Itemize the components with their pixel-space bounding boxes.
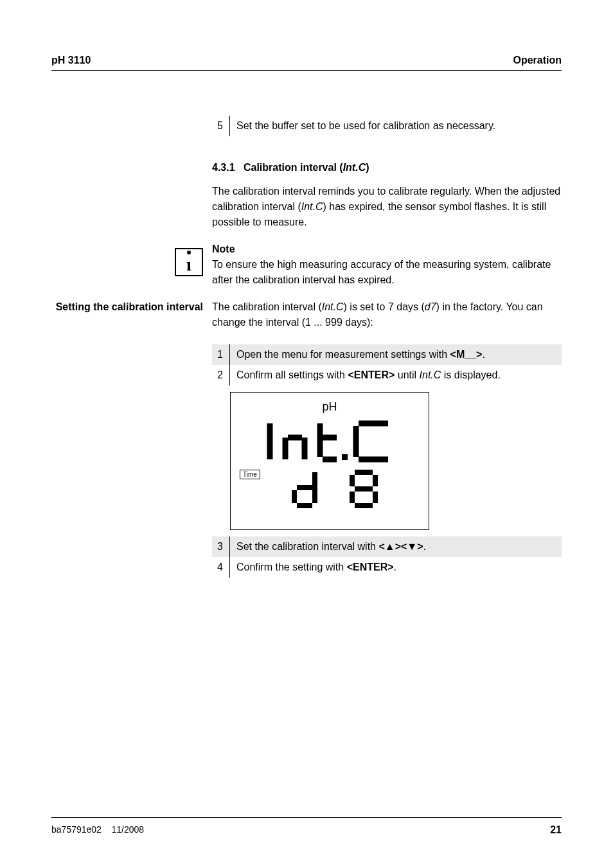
s4-post: .	[394, 562, 396, 572]
step-3-num: 3	[212, 536, 230, 557]
section-title-pre: Calibration interval (	[244, 162, 343, 173]
para2-ital1: Int.C	[322, 301, 344, 312]
s3-post: .	[423, 541, 426, 552]
section-title-ital: Int.C	[343, 162, 366, 173]
footer-left: ba75791e02 11/2008	[51, 824, 144, 836]
section-title-post: )	[366, 162, 369, 173]
s2-bold: <ENTER>	[348, 369, 395, 380]
lcd-display: pH	[230, 392, 429, 530]
s3-down-arrow-icon: ▼	[407, 541, 417, 552]
step-1-row: 1 Open the menu for measurement settings…	[212, 344, 562, 365]
s2-pre: Confirm all settings with	[236, 369, 348, 380]
side-heading: Setting the calibration interval	[51, 299, 212, 578]
header-left: pH 3110	[51, 55, 91, 66]
spacer-r-1	[212, 288, 562, 299]
header-right: Operation	[513, 55, 562, 66]
note-heading: Note	[212, 242, 562, 257]
lcd-main-svg	[262, 418, 397, 465]
svg-rect-7	[342, 454, 348, 460]
s3-b2: ><	[395, 541, 407, 552]
step-1-text: Open the menu for measurement settings w…	[230, 344, 562, 365]
lcd-sub-svg	[269, 470, 391, 508]
s3-up-arrow-icon: ▲	[385, 541, 395, 552]
s1-bold: <M__>	[450, 349, 483, 360]
step-3-row: 3 Set the calibration interval with <▲><…	[212, 536, 562, 557]
s3-b3: >	[417, 541, 423, 552]
footer-page: 21	[550, 824, 562, 836]
section-num: 4.3.1	[212, 162, 235, 173]
para-2: The calibration interval (Int.C) is set …	[212, 299, 562, 330]
para2-ital2: d7	[425, 301, 436, 312]
lcd-main-line	[231, 418, 429, 467]
step-4-num: 4	[212, 557, 230, 578]
spacer-l-1	[51, 288, 212, 299]
note-text: To ensure the high measuring accuracy of…	[212, 257, 562, 288]
s2-mid: until	[395, 369, 419, 380]
left-empty-1	[51, 116, 212, 136]
footer-doc: ba75791e02	[51, 824, 102, 835]
step5-wrap: 5 Set the buffer set to be used for cali…	[212, 116, 562, 136]
section-title-wrap: 4.3.1 Calibration interval (Int.C) The c…	[212, 136, 562, 242]
step-2-text: Confirm all settings with <ENTER> until …	[230, 365, 562, 385]
section-heading: 4.3.1 Calibration interval (Int.C)	[212, 162, 562, 173]
s4-pre: Confirm the setting with	[236, 562, 347, 572]
lcd-sub-line	[231, 470, 429, 511]
s2-post: is displayed.	[441, 369, 501, 380]
lcd-ph-label: pH	[231, 400, 429, 414]
step-1-num: 1	[212, 344, 230, 365]
page-footer: ba75791e02 11/2008 21	[51, 817, 562, 836]
step-5-row: 5 Set the buffer set to be used for cali…	[212, 116, 562, 136]
content-grid: 5 Set the buffer set to be used for cali…	[51, 116, 562, 578]
left-empty-2	[51, 136, 212, 242]
step-4-text: Confirm the setting with <ENTER>.	[230, 557, 562, 578]
para2-wrap: The calibration interval (Int.C) is set …	[212, 299, 562, 578]
step-5-text: Set the buffer set to be used for calibr…	[230, 116, 562, 136]
para2-pre: The calibration interval (	[212, 301, 322, 312]
note-icon-cell: ı	[51, 242, 212, 288]
page-header: pH 3110 Operation	[51, 55, 562, 71]
info-i: ı	[186, 256, 191, 274]
footer-date: 11/2008	[111, 824, 144, 835]
note-block: Note To ensure the high measuring accura…	[212, 242, 562, 288]
s3-b1: <	[378, 541, 384, 552]
s1-post: .	[482, 349, 484, 360]
step-4-row: 4 Confirm the setting with <ENTER>.	[212, 557, 562, 578]
step-2-num: 2	[212, 365, 230, 385]
step-2-row: 2 Confirm all settings with <ENTER> unti…	[212, 365, 562, 385]
s1-pre: Open the menu for measurement settings w…	[236, 349, 450, 360]
s2-ital: Int.C	[420, 369, 441, 380]
s4-bold: <ENTER>	[347, 562, 394, 572]
step-3-text: Set the calibration interval with <▲><▼>…	[230, 536, 562, 557]
para1-ital: Int.C	[301, 201, 323, 212]
s3-pre: Set the calibration interval with	[236, 541, 378, 552]
para-1: The calibration interval reminds you to …	[212, 184, 562, 230]
para2-mid1: ) is set to 7 days (	[344, 301, 425, 312]
step-5-num: 5	[212, 116, 230, 136]
page-root: pH 3110 Operation 5 Set the buffer set t…	[0, 0, 613, 868]
info-icon: ı	[175, 248, 203, 276]
